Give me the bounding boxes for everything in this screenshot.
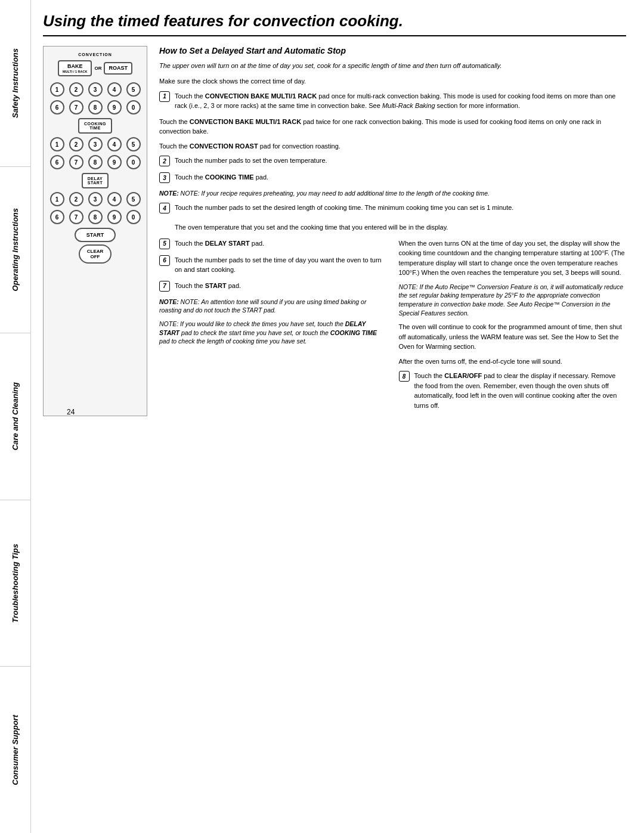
key-7c[interactable]: 7 xyxy=(69,210,83,224)
after-off-text: After the oven turns off, the end-of-cyc… xyxy=(399,357,627,367)
delay-start-line2: START xyxy=(88,181,103,185)
key-0c[interactable]: 0 xyxy=(126,210,141,224)
key-5c[interactable]: 5 xyxy=(126,192,141,206)
two-col-section: 5 Touch the DELAY START pad. 6 Touch the… xyxy=(159,239,626,417)
key-9c[interactable]: 9 xyxy=(107,210,122,224)
key-0b[interactable]: 0 xyxy=(126,155,141,169)
key-9a[interactable]: 9 xyxy=(107,100,122,114)
key-7b[interactable]: 7 xyxy=(69,155,83,169)
step-1c-text: Touch the CONVECTION ROAST pad for conve… xyxy=(159,141,626,151)
oven-continue-text: The oven will continue to cook for the p… xyxy=(399,322,627,352)
cooking-time-line2: TIME xyxy=(84,126,106,130)
key-2a[interactable]: 2 xyxy=(69,82,83,97)
step-num-2: 2 xyxy=(159,156,170,166)
key-1c[interactable]: 1 xyxy=(50,192,64,206)
sidebar-section-care: Care and Cleaning xyxy=(0,333,30,500)
off-label: OFF xyxy=(87,254,104,259)
start-button[interactable]: START xyxy=(75,228,116,242)
key-4c[interactable]: 4 xyxy=(107,192,122,206)
cooking-time-line1: COOKING xyxy=(84,122,106,126)
bake-roast-row: BAKE MULTI / 1 RACK OR ROAST xyxy=(58,60,132,76)
step-3: 3 Touch the COOKING TIME pad. xyxy=(159,172,626,183)
note-2: NOTE: NOTE: An attention tone will sound… xyxy=(159,298,387,315)
key-6b[interactable]: 6 xyxy=(50,155,64,169)
start-label: START xyxy=(86,232,104,238)
sidebar-section-operating: Operating Instructions xyxy=(0,167,30,334)
key-3a[interactable]: 3 xyxy=(88,82,103,97)
roast-label: ROAST xyxy=(109,65,128,72)
key-3b[interactable]: 3 xyxy=(88,137,103,151)
cooking-time-button[interactable]: COOKING TIME xyxy=(78,118,112,134)
sidebar-label-care: Care and Cleaning xyxy=(11,382,20,450)
step-7: 7 Touch the START pad. xyxy=(159,281,387,292)
key-5a[interactable]: 5 xyxy=(126,82,141,97)
step-3-text: Touch the COOKING TIME pad. xyxy=(175,172,626,183)
key-2c[interactable]: 2 xyxy=(69,192,83,206)
clear-off-button[interactable]: CLEAR OFF xyxy=(79,244,112,264)
key-3c[interactable]: 3 xyxy=(88,192,103,206)
convection-label: CONVECTION xyxy=(78,52,112,57)
step-num-1: 1 xyxy=(159,91,170,102)
main-content: Using the timed features for convection … xyxy=(31,0,644,428)
step-4-text: Touch the number pads to set the desired… xyxy=(175,203,626,233)
key-8b[interactable]: 8 xyxy=(88,155,103,169)
key-2b[interactable]: 2 xyxy=(69,137,83,151)
key-8c[interactable]: 8 xyxy=(88,210,103,224)
numpad-row1: 1 2 3 4 5 xyxy=(48,82,142,97)
bake-sublabel: MULTI / 1 RACK xyxy=(63,70,87,74)
step-2: 2 Touch the number pads to set the oven … xyxy=(159,156,626,166)
key-5b[interactable]: 5 xyxy=(126,137,141,151)
delay-start-line1: DELAY xyxy=(88,176,103,181)
sidebar-section-troubleshooting: Troubleshooting Tips xyxy=(0,500,30,667)
key-8a[interactable]: 8 xyxy=(88,100,103,114)
numpad-row5: 1 2 3 4 5 xyxy=(48,192,142,206)
bake-button[interactable]: BAKE MULTI / 1 RACK xyxy=(58,60,92,76)
step-7-text: Touch the START pad. xyxy=(175,281,387,292)
step-6: 6 Touch the number pads to set the time … xyxy=(159,255,387,275)
bake-label: BAKE xyxy=(63,63,87,70)
delay-start-button[interactable]: DELAY START xyxy=(82,173,109,188)
step-1: 1 Touch the CONVECTION BAKE MULTI/1 RACK… xyxy=(159,91,626,111)
step-5-text: Touch the DELAY START pad. xyxy=(175,239,387,249)
step-4: 4 Touch the number pads to set the desir… xyxy=(159,203,626,233)
note-1: NOTE: NOTE: If your recipe requires preh… xyxy=(159,189,626,198)
step-1-text: Touch the CONVECTION BAKE MULTI/1 RACK p… xyxy=(175,91,626,111)
right-content: How to Set a Delayed Start and Automatic… xyxy=(159,46,626,416)
roast-button[interactable]: ROAST xyxy=(104,62,132,75)
or-label: OR xyxy=(94,66,101,71)
key-0a[interactable]: 0 xyxy=(126,100,141,114)
sidebar-label-troubleshooting: Troubleshooting Tips xyxy=(11,544,20,623)
step-num-6: 6 xyxy=(159,255,170,266)
intro-text: The upper oven will turn on at the time … xyxy=(159,61,626,70)
page-number: 24 xyxy=(67,408,75,416)
step-8: 8 Touch the CLEAR/OFF pad to clear the d… xyxy=(399,371,627,410)
step-5: 5 Touch the DELAY START pad. xyxy=(159,239,387,249)
sidebar-label-safety: Safety Instructions xyxy=(11,48,20,118)
key-1a[interactable]: 1 xyxy=(50,82,64,97)
sidebar-section-safety: Safety Instructions xyxy=(0,0,30,167)
note-4: NOTE: If the Auto Recipe™ Conversion Fea… xyxy=(399,283,627,318)
key-7a[interactable]: 7 xyxy=(69,100,83,114)
clear-label: CLEAR xyxy=(87,249,104,254)
step-2-text: Touch the number pads to set the oven te… xyxy=(175,156,626,166)
step-1b-text: Touch the CONVECTION BAKE MULTI/1 RACK p… xyxy=(159,117,626,137)
numpad-row6: 6 7 8 9 0 xyxy=(48,210,142,224)
numpad-row2: 6 7 8 9 0 xyxy=(48,100,142,114)
col-left: 5 Touch the DELAY START pad. 6 Touch the… xyxy=(159,239,387,417)
when-on-text: When the oven turns ON at the time of da… xyxy=(399,239,627,278)
key-9b[interactable]: 9 xyxy=(107,155,122,169)
step-6-text: Touch the number pads to set the time of… xyxy=(175,255,387,275)
note-3: NOTE: If you would like to check the tim… xyxy=(159,320,387,346)
step-num-8: 8 xyxy=(399,371,410,382)
sidebar: Safety Instructions Operating Instructio… xyxy=(0,0,31,833)
sidebar-label-operating: Operating Instructions xyxy=(11,208,20,291)
sidebar-label-consumer: Consumer Support xyxy=(11,715,20,785)
key-6c[interactable]: 6 xyxy=(50,210,64,224)
col-right: When the oven turns ON at the time of da… xyxy=(399,239,627,417)
key-4b[interactable]: 4 xyxy=(107,137,122,151)
key-6a[interactable]: 6 xyxy=(50,100,64,114)
key-4a[interactable]: 4 xyxy=(107,82,122,97)
page-title: Using the timed features for convection … xyxy=(43,12,626,36)
step-num-3: 3 xyxy=(159,172,170,183)
key-1b[interactable]: 1 xyxy=(50,137,64,151)
